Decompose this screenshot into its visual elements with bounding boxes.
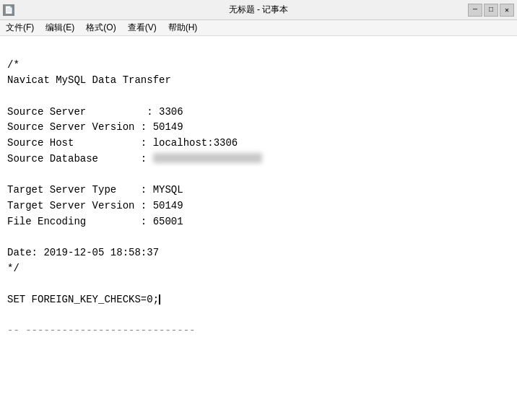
text-cursor — [159, 294, 160, 305]
menu-edit[interactable]: 编辑(E) — [40, 20, 80, 35]
separator-line: -- ---------------------------- — [7, 325, 195, 336]
line-blank-1: Target Server Type : MYSQL Target Server… — [7, 184, 195, 336]
text-editor-area[interactable]: /* Navicat MySQL Data Transfer Source Se… — [0, 36, 517, 420]
line-comment-open: /* Navicat MySQL Data Transfer Source Se… — [7, 59, 238, 165]
notepad-icon: 📄 — [3, 4, 14, 16]
title-bar-left: 📄 — [3, 4, 14, 16]
menu-view[interactable]: 查看(V) — [122, 20, 162, 35]
maximize-button[interactable]: □ — [484, 4, 498, 17]
menu-bar: 文件(F) 编辑(E) 格式(O) 查看(V) 帮助(H) — [0, 20, 517, 36]
window-controls[interactable]: ─ □ ✕ — [468, 4, 514, 17]
minimize-button[interactable]: ─ — [468, 4, 482, 17]
redacted-database — [153, 153, 262, 163]
menu-help[interactable]: 帮助(H) — [162, 20, 204, 35]
menu-file[interactable]: 文件(F) — [0, 20, 40, 35]
code-content: /* Navicat MySQL Data Transfer Source Se… — [7, 42, 510, 370]
window-title: 无标题 - 记事本 — [229, 4, 289, 16]
title-bar: 📄 无标题 - 记事本 ─ □ ✕ — [0, 0, 517, 20]
menu-format[interactable]: 格式(O) — [80, 20, 121, 35]
close-button[interactable]: ✕ — [500, 4, 514, 17]
